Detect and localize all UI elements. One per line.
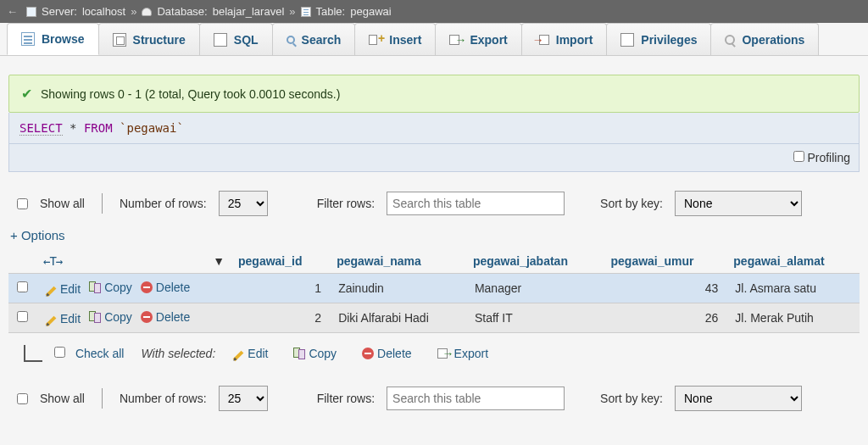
sort-key-select[interactable]: None: [675, 191, 802, 216]
col-pegawai_nama[interactable]: pegawai_nama: [330, 249, 466, 274]
num-rows-label: Number of rows:: [120, 392, 207, 405]
num-rows-select[interactable]: 25: [219, 191, 268, 216]
cell-alamat: Jl. Merak Putih: [726, 303, 860, 333]
edit-icon: [46, 286, 57, 298]
row-checkbox[interactable]: [17, 311, 28, 322]
table-header-row: ←T→ ▼ pegawai_id pegawai_nama pegawai_ja…: [8, 249, 860, 274]
show-all-checkbox[interactable]: [17, 393, 28, 404]
ws-edit[interactable]: Edit: [232, 347, 268, 360]
sql-from: FROM: [84, 121, 113, 135]
cell-alamat: Jl. Asmara satu: [726, 274, 860, 303]
breadcrumb-server[interactable]: localhost: [82, 5, 125, 18]
breadcrumb-sep: »: [131, 5, 136, 18]
search-icon: [287, 36, 295, 44]
tab-privileges[interactable]: Privileges: [606, 23, 711, 55]
tab-export[interactable]: Export: [435, 23, 521, 55]
num-rows-select[interactable]: 25: [219, 386, 268, 411]
sort-key-label: Sort by key:: [600, 392, 663, 405]
cell-nama: Diki Alfarabi Hadi: [330, 303, 466, 333]
tab-label: Structure: [133, 33, 186, 47]
num-rows-label: Number of rows:: [120, 197, 207, 210]
delete-icon: [362, 348, 374, 359]
with-selected-bar: Check all With selected: Edit Copy Delet…: [8, 333, 860, 367]
copy-icon: [89, 281, 101, 293]
filter-rows-label: Filter rows:: [317, 197, 375, 210]
options-toggle[interactable]: + Options: [8, 223, 860, 248]
database-icon: [142, 8, 152, 16]
sort-key-label: Sort by key:: [600, 197, 663, 210]
show-all-label: Show all: [40, 392, 85, 405]
row-edit[interactable]: Edit: [45, 282, 81, 296]
cell-jabatan: Staff IT: [466, 303, 604, 333]
row-edit[interactable]: Edit: [45, 312, 81, 325]
col-pegawai_alamat[interactable]: pegawai_alamat: [726, 249, 860, 274]
tab-search[interactable]: Search: [272, 23, 356, 55]
tab-operations[interactable]: Operations: [710, 23, 819, 55]
tab-import[interactable]: Import: [521, 23, 608, 55]
breadcrumb-table[interactable]: pegawai: [350, 5, 391, 18]
filter-rows-label: Filter rows:: [317, 392, 375, 405]
table-icon: [301, 7, 311, 17]
tab-sql[interactable]: SQL: [199, 23, 273, 55]
ws-export[interactable]: Export: [437, 347, 488, 360]
tab-label: Insert: [389, 33, 421, 47]
sql-table: `pegawai`: [120, 121, 184, 135]
col-pegawai_umur[interactable]: pegawai_umur: [604, 249, 727, 274]
operations-icon: [725, 35, 735, 45]
ws-copy[interactable]: Copy: [293, 347, 337, 360]
row-copy[interactable]: Copy: [89, 281, 132, 294]
tab-label: Export: [470, 33, 507, 47]
tab-structure[interactable]: Structure: [98, 23, 200, 55]
show-all-label: Show all: [40, 197, 85, 210]
success-text: Showing rows 0 - 1 (2 total, Query took …: [41, 87, 340, 101]
ws-delete[interactable]: Delete: [362, 347, 411, 360]
filter-row-bottom: Show all Number of rows: 25 Filter rows:…: [8, 367, 860, 418]
col-pegawai_id[interactable]: pegawai_id: [231, 249, 330, 274]
row-delete[interactable]: Delete: [141, 310, 190, 324]
check-all-link[interactable]: Check all: [75, 347, 125, 360]
tab-browse[interactable]: Browse: [7, 23, 99, 55]
export-icon: [449, 33, 463, 47]
tab-insert[interactable]: Insert: [354, 23, 436, 55]
success-message: ✔ Showing rows 0 - 1 (2 total, Query too…: [8, 75, 860, 113]
database-label: Database:: [157, 5, 207, 18]
sort-arrows-icon[interactable]: ←T→: [43, 254, 62, 268]
show-all-checkbox[interactable]: [17, 198, 28, 209]
breadcrumb: ← Server: localhost » Database: belajar_…: [0, 0, 868, 23]
sql-icon: [214, 33, 227, 47]
row-checkbox[interactable]: [17, 281, 28, 292]
privileges-icon: [620, 33, 634, 47]
profiling-checkbox[interactable]: [793, 151, 804, 162]
separator: [102, 193, 103, 214]
tab-label: Operations: [742, 33, 804, 47]
row-copy[interactable]: Copy: [89, 310, 132, 324]
browse-icon: [21, 32, 35, 46]
sql-select: SELECT: [19, 121, 63, 136]
sort-dropdown-icon[interactable]: ▼: [213, 254, 225, 268]
sort-key-select[interactable]: None: [675, 386, 802, 411]
separator: [102, 388, 103, 409]
filter-rows-input[interactable]: [387, 387, 565, 410]
table-label: Table:: [316, 5, 346, 18]
filter-row-top: Show all Number of rows: 25 Filter rows:…: [8, 172, 860, 223]
cell-id: 1: [231, 274, 330, 303]
server-label: Server:: [42, 5, 77, 18]
check-icon: ✔: [21, 86, 32, 102]
back-arrow-icon[interactable]: ←: [7, 5, 18, 18]
tab-label: Browse: [42, 32, 85, 46]
tab-label: Import: [556, 33, 593, 47]
edit-icon: [233, 351, 244, 362]
sql-footer: Profiling: [8, 144, 860, 172]
edit-icon: [46, 316, 57, 327]
sql-query-box: SELECT * FROM `pegawai`: [8, 113, 860, 144]
table-row: EditCopyDelete2Diki Alfarabi HadiStaff I…: [8, 303, 860, 333]
cell-nama: Zainudin: [330, 274, 466, 303]
tab-bar: Browse Structure SQL Search Insert Expor…: [0, 23, 868, 56]
check-all-checkbox[interactable]: [54, 347, 65, 358]
cell-umur: 26: [604, 303, 727, 333]
breadcrumb-database[interactable]: belajar_laravel: [213, 5, 285, 18]
insert-icon: [369, 33, 382, 47]
filter-rows-input[interactable]: [387, 192, 565, 215]
row-delete[interactable]: Delete: [141, 281, 190, 294]
col-pegawai_jabatan[interactable]: pegawai_jabatan: [466, 249, 604, 274]
